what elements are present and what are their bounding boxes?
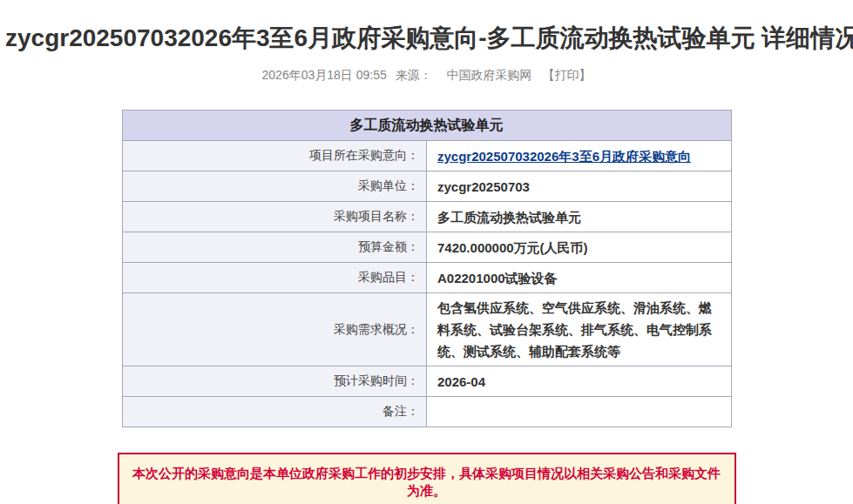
row-label: 采购需求概况：	[122, 293, 427, 366]
row-value: zycgr20250703	[427, 171, 732, 202]
row-value	[427, 397, 732, 427]
row-value: 2026-04	[427, 366, 732, 397]
publish-datetime: 2026年03月18日 09:55	[262, 68, 387, 82]
row-label: 项目所在采购意向：	[122, 141, 427, 171]
notice-box: 本次公开的采购意向是本单位政府采购工作的初步安排，具体采购项目情况以相关采购公告…	[118, 453, 736, 504]
table-row: 预计采购时间： 2026-04	[122, 366, 731, 397]
row-value: 7420.000000万元(人民币)	[427, 232, 732, 263]
meta-line: 2026年03月18日 09:55 来源： 中国政府采购网 【打印】	[0, 68, 853, 84]
table-row: 采购项目名称： 多工质流动换热试验单元	[122, 202, 731, 232]
row-value: zycgr202507032026年3至6月政府采购意向	[427, 141, 732, 171]
row-label: 预算金额：	[122, 232, 427, 263]
table-row: 采购需求概况： 包含氢供应系统、空气供应系统、滑油系统、燃料系统、试验台架系统、…	[122, 293, 731, 366]
detail-table: 多工质流动换热试验单元 项目所在采购意向： zycgr202507032026年…	[122, 110, 732, 427]
row-value: 包含氢供应系统、空气供应系统、滑油系统、燃料系统、试验台架系统、排气系统、电气控…	[427, 293, 732, 366]
table-row: 采购单位： zycgr20250703	[122, 171, 731, 202]
table-row: 预算金额： 7420.000000万元(人民币)	[122, 232, 731, 263]
notice-text: 本次公开的采购意向是本单位政府采购工作的初步安排，具体采购项目情况以相关采购公告…	[132, 466, 721, 498]
source-name: 中国政府采购网	[447, 68, 532, 82]
table-header-title: 多工质流动换热试验单元	[122, 111, 731, 141]
table-row: 采购品目： A02201000试验设备	[122, 263, 731, 293]
table-header-row: 多工质流动换热试验单元	[122, 111, 731, 141]
row-value: A02201000试验设备	[427, 263, 732, 293]
source-label: 来源：	[396, 68, 432, 82]
table-row: 项目所在采购意向： zycgr202507032026年3至6月政府采购意向	[122, 141, 731, 171]
row-label: 采购品目：	[122, 263, 427, 293]
row-label: 备注：	[122, 397, 427, 427]
page-title: zycgr202507032026年3至6月政府采购意向-多工质流动换热试验单元…	[5, 23, 848, 54]
procurement-detail-page: zycgr202507032026年3至6月政府采购意向-多工质流动换热试验单元…	[0, 0, 853, 504]
print-button[interactable]: 【打印】	[542, 68, 591, 82]
table-row: 备注：	[122, 397, 731, 427]
row-label: 采购项目名称：	[122, 202, 427, 232]
row-label: 预计采购时间：	[122, 366, 427, 397]
row-value: 多工质流动换热试验单元	[427, 202, 732, 232]
procurement-intention-link[interactable]: zycgr202507032026年3至6月政府采购意向	[437, 149, 691, 164]
row-label: 采购单位：	[122, 171, 427, 202]
